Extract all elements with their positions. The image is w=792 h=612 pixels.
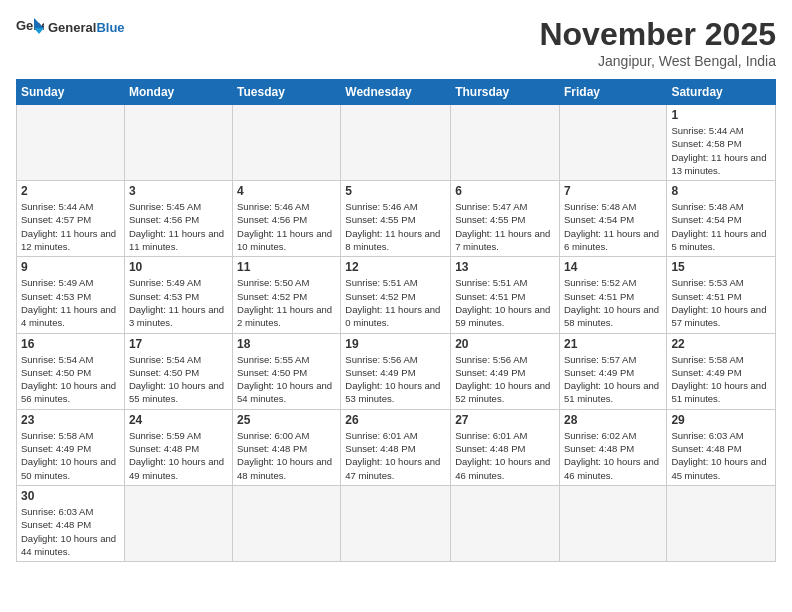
logo-general: General: [48, 20, 96, 35]
day-info: Sunrise: 5:55 AMSunset: 4:50 PMDaylight:…: [237, 353, 336, 406]
day-info: Sunrise: 5:46 AMSunset: 4:56 PMDaylight:…: [237, 200, 336, 253]
day-number: 5: [345, 184, 446, 198]
logo-icon: General: [16, 16, 44, 38]
calendar-day-cell: 2Sunrise: 5:44 AMSunset: 4:57 PMDaylight…: [17, 181, 125, 257]
calendar-day-cell: [124, 105, 232, 181]
calendar-day-cell: 24Sunrise: 5:59 AMSunset: 4:48 PMDayligh…: [124, 409, 232, 485]
calendar-day-cell: 14Sunrise: 5:52 AMSunset: 4:51 PMDayligh…: [559, 257, 666, 333]
day-number: 20: [455, 337, 555, 351]
day-info: Sunrise: 5:58 AMSunset: 4:49 PMDaylight:…: [21, 429, 120, 482]
weekday-header-cell: Saturday: [667, 80, 776, 105]
day-number: 12: [345, 260, 446, 274]
calendar-day-cell: 1Sunrise: 5:44 AMSunset: 4:58 PMDaylight…: [667, 105, 776, 181]
day-info: Sunrise: 6:01 AMSunset: 4:48 PMDaylight:…: [345, 429, 446, 482]
day-number: 2: [21, 184, 120, 198]
day-info: Sunrise: 5:44 AMSunset: 4:58 PMDaylight:…: [671, 124, 771, 177]
calendar-day-cell: [451, 105, 560, 181]
calendar-day-cell: 28Sunrise: 6:02 AMSunset: 4:48 PMDayligh…: [559, 409, 666, 485]
day-number: 25: [237, 413, 336, 427]
day-number: 18: [237, 337, 336, 351]
calendar-day-cell: 23Sunrise: 5:58 AMSunset: 4:49 PMDayligh…: [17, 409, 125, 485]
calendar-day-cell: [451, 485, 560, 561]
day-number: 10: [129, 260, 228, 274]
day-number: 19: [345, 337, 446, 351]
calendar-day-cell: 13Sunrise: 5:51 AMSunset: 4:51 PMDayligh…: [451, 257, 560, 333]
calendar-day-cell: 27Sunrise: 6:01 AMSunset: 4:48 PMDayligh…: [451, 409, 560, 485]
logo: General GeneralBlue: [16, 16, 125, 38]
calendar-day-cell: 30Sunrise: 6:03 AMSunset: 4:48 PMDayligh…: [17, 485, 125, 561]
calendar-day-cell: 7Sunrise: 5:48 AMSunset: 4:54 PMDaylight…: [559, 181, 666, 257]
day-number: 16: [21, 337, 120, 351]
weekday-header-cell: Thursday: [451, 80, 560, 105]
day-info: Sunrise: 5:48 AMSunset: 4:54 PMDaylight:…: [564, 200, 662, 253]
day-info: Sunrise: 5:46 AMSunset: 4:55 PMDaylight:…: [345, 200, 446, 253]
calendar-day-cell: 18Sunrise: 5:55 AMSunset: 4:50 PMDayligh…: [233, 333, 341, 409]
day-number: 26: [345, 413, 446, 427]
day-info: Sunrise: 5:50 AMSunset: 4:52 PMDaylight:…: [237, 276, 336, 329]
day-number: 8: [671, 184, 771, 198]
day-number: 27: [455, 413, 555, 427]
calendar-day-cell: [341, 485, 451, 561]
day-info: Sunrise: 5:54 AMSunset: 4:50 PMDaylight:…: [129, 353, 228, 406]
day-number: 29: [671, 413, 771, 427]
day-number: 1: [671, 108, 771, 122]
calendar-week-row: 16Sunrise: 5:54 AMSunset: 4:50 PMDayligh…: [17, 333, 776, 409]
day-number: 3: [129, 184, 228, 198]
calendar-day-cell: [667, 485, 776, 561]
calendar-day-cell: 8Sunrise: 5:48 AMSunset: 4:54 PMDaylight…: [667, 181, 776, 257]
day-info: Sunrise: 5:47 AMSunset: 4:55 PMDaylight:…: [455, 200, 555, 253]
calendar-day-cell: 6Sunrise: 5:47 AMSunset: 4:55 PMDaylight…: [451, 181, 560, 257]
weekday-header-row: SundayMondayTuesdayWednesdayThursdayFrid…: [17, 80, 776, 105]
calendar-table: SundayMondayTuesdayWednesdayThursdayFrid…: [16, 79, 776, 562]
day-info: Sunrise: 5:57 AMSunset: 4:49 PMDaylight:…: [564, 353, 662, 406]
calendar-day-cell: [17, 105, 125, 181]
calendar-day-cell: 19Sunrise: 5:56 AMSunset: 4:49 PMDayligh…: [341, 333, 451, 409]
calendar-day-cell: [559, 485, 666, 561]
calendar-week-row: 23Sunrise: 5:58 AMSunset: 4:49 PMDayligh…: [17, 409, 776, 485]
day-info: Sunrise: 5:53 AMSunset: 4:51 PMDaylight:…: [671, 276, 771, 329]
logo-blue: Blue: [96, 20, 124, 35]
day-info: Sunrise: 5:49 AMSunset: 4:53 PMDaylight:…: [21, 276, 120, 329]
day-info: Sunrise: 5:51 AMSunset: 4:51 PMDaylight:…: [455, 276, 555, 329]
calendar-day-cell: 11Sunrise: 5:50 AMSunset: 4:52 PMDayligh…: [233, 257, 341, 333]
calendar-day-cell: [124, 485, 232, 561]
weekday-header-cell: Sunday: [17, 80, 125, 105]
day-number: 7: [564, 184, 662, 198]
weekday-header-cell: Monday: [124, 80, 232, 105]
day-info: Sunrise: 5:48 AMSunset: 4:54 PMDaylight:…: [671, 200, 771, 253]
calendar-week-row: 9Sunrise: 5:49 AMSunset: 4:53 PMDaylight…: [17, 257, 776, 333]
calendar-day-cell: 15Sunrise: 5:53 AMSunset: 4:51 PMDayligh…: [667, 257, 776, 333]
calendar-day-cell: 20Sunrise: 5:56 AMSunset: 4:49 PMDayligh…: [451, 333, 560, 409]
day-number: 28: [564, 413, 662, 427]
calendar-day-cell: 17Sunrise: 5:54 AMSunset: 4:50 PMDayligh…: [124, 333, 232, 409]
month-title: November 2025: [539, 16, 776, 53]
title-block: November 2025 Jangipur, West Bengal, Ind…: [539, 16, 776, 69]
day-info: Sunrise: 5:56 AMSunset: 4:49 PMDaylight:…: [455, 353, 555, 406]
day-number: 23: [21, 413, 120, 427]
calendar-day-cell: 5Sunrise: 5:46 AMSunset: 4:55 PMDaylight…: [341, 181, 451, 257]
calendar-week-row: 1Sunrise: 5:44 AMSunset: 4:58 PMDaylight…: [17, 105, 776, 181]
day-number: 21: [564, 337, 662, 351]
calendar-day-cell: 16Sunrise: 5:54 AMSunset: 4:50 PMDayligh…: [17, 333, 125, 409]
day-number: 11: [237, 260, 336, 274]
day-info: Sunrise: 6:03 AMSunset: 4:48 PMDaylight:…: [21, 505, 120, 558]
day-info: Sunrise: 5:54 AMSunset: 4:50 PMDaylight:…: [21, 353, 120, 406]
calendar-day-cell: [233, 485, 341, 561]
day-info: Sunrise: 6:03 AMSunset: 4:48 PMDaylight:…: [671, 429, 771, 482]
day-info: Sunrise: 6:00 AMSunset: 4:48 PMDaylight:…: [237, 429, 336, 482]
calendar-day-cell: 25Sunrise: 6:00 AMSunset: 4:48 PMDayligh…: [233, 409, 341, 485]
day-info: Sunrise: 5:49 AMSunset: 4:53 PMDaylight:…: [129, 276, 228, 329]
calendar-day-cell: 4Sunrise: 5:46 AMSunset: 4:56 PMDaylight…: [233, 181, 341, 257]
weekday-header-cell: Tuesday: [233, 80, 341, 105]
calendar-day-cell: 21Sunrise: 5:57 AMSunset: 4:49 PMDayligh…: [559, 333, 666, 409]
calendar-day-cell: [341, 105, 451, 181]
day-info: Sunrise: 5:51 AMSunset: 4:52 PMDaylight:…: [345, 276, 446, 329]
calendar-day-cell: 9Sunrise: 5:49 AMSunset: 4:53 PMDaylight…: [17, 257, 125, 333]
calendar-day-cell: 12Sunrise: 5:51 AMSunset: 4:52 PMDayligh…: [341, 257, 451, 333]
day-info: Sunrise: 5:58 AMSunset: 4:49 PMDaylight:…: [671, 353, 771, 406]
day-info: Sunrise: 5:59 AMSunset: 4:48 PMDaylight:…: [129, 429, 228, 482]
calendar-body: 1Sunrise: 5:44 AMSunset: 4:58 PMDaylight…: [17, 105, 776, 562]
day-number: 6: [455, 184, 555, 198]
calendar-day-cell: [233, 105, 341, 181]
day-number: 30: [21, 489, 120, 503]
